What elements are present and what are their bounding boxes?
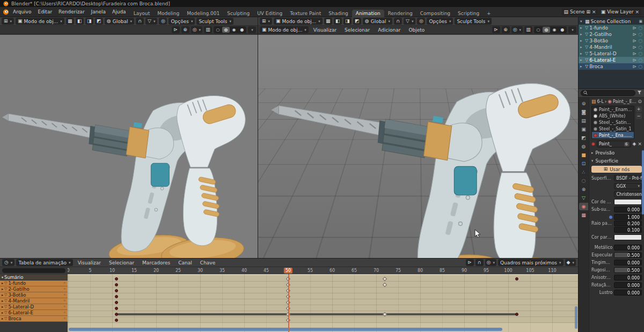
material-slot[interactable]: Steel_-_Satin.002 [592,119,634,126]
disclosure-triangle-icon[interactable]: ▸ [580,58,584,62]
disclosure-triangle-icon[interactable]: ▸ [2,282,3,285]
right-menu-objeto[interactable]: Objeto [405,27,428,33]
add-workspace-button[interactable]: + [483,10,495,17]
properties-tab-world[interactable]: ◍ [579,143,588,150]
hide-toggle-icon[interactable]: ◌ [638,51,642,56]
channel-toggle-icon[interactable]: ◦ [63,293,66,298]
timeline-menu-marcadores[interactable]: Marcadores [139,260,173,266]
timeline-menu-chave[interactable]: Chave [197,260,218,266]
material-user-count[interactable]: 6 [624,142,628,146]
menu-ajuda[interactable]: Ajuda [109,9,129,15]
disclosure-triangle-icon[interactable]: ▸ [2,317,3,320]
hide-toggle-icon[interactable]: ◌ [638,32,642,37]
dopesheet-mode-dropdown[interactable]: Tabela de animação▾ [16,259,72,266]
menu-arquivo[interactable]: Arquivo [10,9,34,15]
properties-tab-physics[interactable]: ◌ [579,177,588,185]
disclosure-triangle-icon[interactable]: ▸ [580,26,584,30]
material-slot[interactable]: ABS_(White) [592,113,634,119]
right-mode-dropdown[interactable]: ▣Modo de obj...▾ [274,18,323,25]
prop-control[interactable]: 0.000 [614,282,642,288]
disclosure-triangle-icon[interactable]: ▸ [580,65,584,69]
properties-tab-object[interactable]: ■ [579,151,588,159]
right-shading-rendered-button[interactable]: ● [559,27,566,33]
fake-user-shield-icon[interactable]: ◈ [633,142,636,146]
right-shading-material-button[interactable]: ◉ [551,27,558,33]
app-menu-icon[interactable] [3,9,9,15]
prop-control[interactable] [614,199,642,205]
horizontal-scrollbar[interactable] [69,328,502,331]
channel-3-bot-o[interactable]: ▸▽3-Botão◦ [0,292,68,298]
left-snap-target-dropdown[interactable]: ▽▾ [145,18,157,25]
material-slot[interactable]: Paint_-_Ena...y_(Red).001 [592,132,634,138]
timeline-filter-button[interactable]: ⊳ [466,259,474,266]
outliner-item-2-gatilho[interactable]: ▸▽2-Gatilho⊳◌ [579,31,644,38]
workspace-tab-sculpting[interactable]: Sculpting [223,10,253,17]
properties-scrollbar[interactable] [642,150,644,215]
right-sculpt-tools-dropdown[interactable]: Sculpt Tools▾ [455,18,492,25]
properties-tab-scene[interactable]: ◩ [579,134,588,142]
prop-control[interactable]: 0.000 [614,275,642,281]
current-frame-label[interactable]: 50 [284,268,292,274]
workspace-tab-layout[interactable]: Layout [130,10,154,17]
channel-toggle-icon[interactable]: ◦ [63,316,66,321]
disclosure-triangle-icon[interactable]: ▸ [2,305,3,308]
workspace-tab-rendering[interactable]: Rendering [384,10,416,17]
left-mode-dropdown[interactable]: ▣Modo de obj...▾ [16,18,64,25]
outliner-item-5-lateral-d[interactable]: ▸▽5-Lateral-D⊳◌ [579,50,644,57]
right-proportional-toggle[interactable]: ◎ [417,18,425,25]
view-layer-selector[interactable]: ▣ View Layer × [599,9,641,16]
vector-value[interactable]: 0.200 [614,220,642,226]
outliner-item-6-lateral-e[interactable]: ▸▽6-Lateral-E⊳◌ [579,57,644,63]
left-snap-toggle[interactable]: ∩ [136,18,144,25]
keyframe-filled[interactable] [115,283,118,286]
keyframe-filled[interactable] [115,277,118,281]
prop-control[interactable]: 1.0000.2000.100 [614,214,642,233]
keyframe-area[interactable] [68,274,578,332]
menu-janela[interactable]: Janela [88,9,109,15]
dopesheet-filter-field[interactable] [2,268,65,273]
keyframe-filled[interactable] [115,313,118,316]
channel-2-gatilho[interactable]: ▸▽2-Gatilho◦ [0,286,68,292]
channel-4-mandril[interactable]: ▸▽4-Mandril◦ [0,298,68,304]
timeline-menu-selecionar[interactable]: Selecionar [106,260,137,266]
left-paint-mask-toggle-2[interactable]: ◨ [85,18,93,25]
left-sculpt-tools-dropdown[interactable]: Sculpt Tools▾ [196,18,233,25]
left-gizmo-toggle[interactable]: ⊕ [181,26,189,33]
playhead-line[interactable] [288,274,289,332]
select-toggle-icon[interactable]: ⊳ [633,32,637,37]
left-paint-mask-toggle-1[interactable]: ◧ [76,18,84,25]
properties-tab-view-layer[interactable]: ▣ [579,126,588,133]
select-toggle-icon[interactable]: ⊳ [633,51,637,56]
right-xray-toggle[interactable]: ▥ [524,26,532,33]
timeline-menu-canal[interactable]: Canal [175,260,195,266]
left-editor-type-button[interactable]: ⊞▾ [2,18,14,25]
left-proportional-toggle[interactable]: ◎ [159,18,167,25]
new-scene-icon[interactable]: ⊞ [587,10,591,14]
disclosure-triangle-icon[interactable]: ▸ [2,293,3,297]
vertical-scrollbar[interactable] [575,306,577,329]
timeline-menu-visualizar[interactable]: Visualizar [75,260,104,266]
channel-toggle-icon[interactable]: ◦ [63,281,66,286]
channel-broca[interactable]: ▸▽Broca◦ [0,316,68,322]
right-overlays-toggle[interactable]: ◎▾ [511,26,523,33]
keyframe-filled[interactable] [515,313,518,316]
keyframe-bar[interactable] [116,313,517,315]
remove-slot-button[interactable]: − [636,113,642,119]
properties-tab-data[interactable]: ▽ [579,194,588,202]
right-paint-mask-toggle-0[interactable]: ▦ [324,18,332,25]
left-shading-material-button[interactable]: ◉ [230,27,238,33]
timeline-snap-mode-dropdown[interactable]: Quadros mais próximos▾ [498,259,564,266]
disclosure-triangle-icon[interactable]: ▸ [2,299,3,303]
keyframe-filled[interactable] [115,295,118,298]
prop-control[interactable]: 0.000 [614,206,642,212]
properties-tab-material[interactable]: ◉ [579,203,588,210]
left-xray-toggle[interactable]: ▥ [204,26,212,33]
use-nodes-button[interactable]: ⊞Usar nós [591,166,642,173]
vector-value[interactable]: 0.100 [614,227,642,233]
material-slot[interactable]: Paint_-_Enamel_Glossy... [592,106,634,113]
left-shading-solid-button[interactable]: ◍ [222,27,230,33]
right-header-mode-dropdown[interactable]: ▣Modo de obj...▾ [260,26,309,33]
outliner-item-4-mandril[interactable]: ▸▽4-Mandril⊳◌ [579,44,644,50]
timeline-editor-type-button[interactable]: ◷▾ [2,259,14,266]
channel-6-lateral-e[interactable]: ▸▽6-Lateral-E◦ [0,310,68,316]
